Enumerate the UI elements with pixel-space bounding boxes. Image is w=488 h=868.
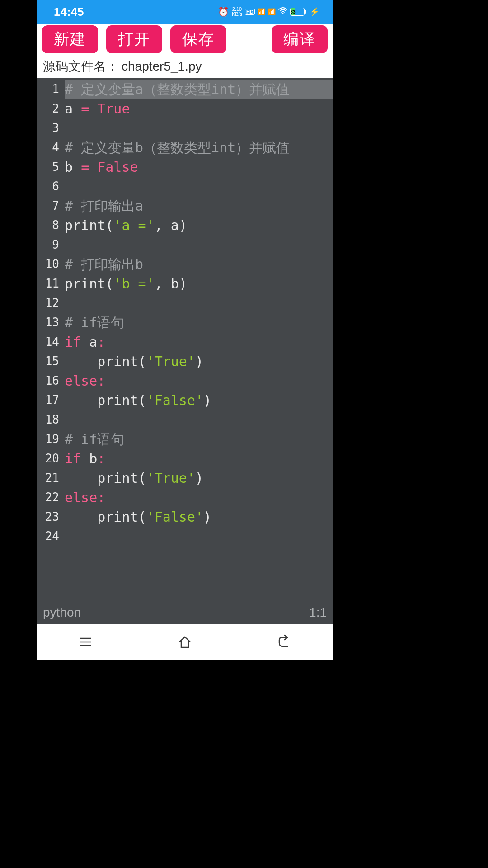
line-number: 2 bbox=[37, 99, 59, 118]
line-number: 23 bbox=[37, 507, 59, 527]
file-label: 源码文件名： bbox=[43, 58, 119, 75]
code-line[interactable]: print('a =', a) bbox=[65, 216, 333, 235]
line-number: 12 bbox=[37, 293, 59, 313]
line-number: 8 bbox=[37, 216, 59, 235]
line-number: 11 bbox=[37, 274, 59, 293]
line-number: 15 bbox=[37, 352, 59, 371]
language-label: python bbox=[43, 605, 81, 620]
compile-button[interactable]: 编译 bbox=[272, 25, 328, 53]
code-area[interactable]: # 定义变量a（整数类型int）并赋值a = True# 定义变量b（整数类型i… bbox=[62, 78, 333, 601]
hd-badge: HD bbox=[245, 9, 255, 15]
code-line[interactable]: print('b =', b) bbox=[65, 274, 333, 293]
line-number: 10 bbox=[37, 255, 59, 274]
line-number: 19 bbox=[37, 429, 59, 449]
line-number: 7 bbox=[37, 196, 59, 216]
toolbar: 新建 打开 保存 编译 bbox=[37, 24, 333, 55]
code-line[interactable]: print('False') bbox=[65, 391, 333, 410]
battery-icon: 33 bbox=[290, 8, 306, 16]
code-line[interactable]: print('False') bbox=[65, 507, 333, 527]
line-number: 3 bbox=[37, 118, 59, 138]
code-line[interactable] bbox=[65, 177, 333, 196]
file-name: chapter5_1.py bbox=[122, 59, 202, 74]
new-button[interactable]: 新建 bbox=[42, 25, 98, 53]
line-number: 13 bbox=[37, 313, 59, 332]
net-speed: 2.10 KB/s bbox=[232, 7, 242, 17]
code-line[interactable] bbox=[65, 527, 333, 546]
code-line[interactable] bbox=[65, 118, 333, 138]
code-line[interactable]: if b: bbox=[65, 449, 333, 468]
code-line[interactable]: print('True') bbox=[65, 468, 333, 488]
code-editor[interactable]: 123456789101112131415161718192021222324 … bbox=[37, 78, 333, 601]
code-line[interactable] bbox=[65, 293, 333, 313]
charging-icon: ⚡ bbox=[310, 7, 319, 17]
code-line[interactable]: # 打印输出b bbox=[65, 255, 333, 274]
code-line[interactable]: # if语句 bbox=[65, 313, 333, 332]
file-bar: 源码文件名： chapter5_1.py bbox=[37, 55, 333, 78]
cursor-position: 1:1 bbox=[309, 605, 327, 620]
home-icon[interactable] bbox=[176, 633, 194, 651]
line-number: 17 bbox=[37, 391, 59, 410]
code-line[interactable]: if a: bbox=[65, 332, 333, 352]
code-line[interactable]: # 定义变量b（整数类型int）并赋值 bbox=[65, 138, 333, 157]
line-number: 4 bbox=[37, 138, 59, 157]
line-number: 22 bbox=[37, 488, 59, 507]
code-line[interactable]: b = False bbox=[65, 157, 333, 177]
wifi-icon bbox=[278, 7, 287, 17]
line-gutter: 123456789101112131415161718192021222324 bbox=[37, 78, 62, 601]
line-number: 5 bbox=[37, 157, 59, 177]
back-icon[interactable] bbox=[275, 633, 293, 651]
code-line[interactable]: else: bbox=[65, 371, 333, 391]
phone-frame: 14:45 ⏰ 2.10 KB/s HD 📶 📶 33 ⚡ 新建 打开 保存 编… bbox=[37, 0, 333, 660]
code-line[interactable]: # 定义变量a（整数类型int）并赋值 bbox=[65, 80, 333, 99]
code-line[interactable] bbox=[65, 235, 333, 255]
line-number: 14 bbox=[37, 332, 59, 352]
status-bar: 14:45 ⏰ 2.10 KB/s HD 📶 📶 33 ⚡ bbox=[37, 0, 333, 24]
status-right: ⏰ 2.10 KB/s HD 📶 📶 33 ⚡ bbox=[218, 6, 319, 17]
line-number: 9 bbox=[37, 235, 59, 255]
code-line[interactable]: print('True') bbox=[65, 352, 333, 371]
signal-5g-icon: 📶 bbox=[268, 8, 276, 15]
editor-footer: python 1:1 bbox=[37, 601, 333, 624]
code-line[interactable] bbox=[65, 410, 333, 429]
code-line[interactable]: # 打印输出a bbox=[65, 196, 333, 216]
code-line[interactable]: else: bbox=[65, 488, 333, 507]
save-button[interactable]: 保存 bbox=[170, 25, 226, 53]
line-number: 6 bbox=[37, 177, 59, 196]
line-number: 18 bbox=[37, 410, 59, 429]
code-line[interactable]: a = True bbox=[65, 99, 333, 118]
line-number: 1 bbox=[37, 80, 59, 99]
alarm-icon: ⏰ bbox=[218, 6, 229, 17]
line-number: 21 bbox=[37, 468, 59, 488]
code-line[interactable]: # if语句 bbox=[65, 429, 333, 449]
recent-apps-icon[interactable] bbox=[77, 633, 95, 651]
nav-bar bbox=[37, 624, 333, 660]
open-button[interactable]: 打开 bbox=[106, 25, 162, 53]
line-number: 24 bbox=[37, 527, 59, 546]
signal-4g-icon: 📶 bbox=[258, 8, 265, 15]
line-number: 20 bbox=[37, 449, 59, 468]
line-number: 16 bbox=[37, 371, 59, 391]
svg-point-0 bbox=[282, 13, 284, 14]
status-time: 14:45 bbox=[54, 5, 84, 19]
